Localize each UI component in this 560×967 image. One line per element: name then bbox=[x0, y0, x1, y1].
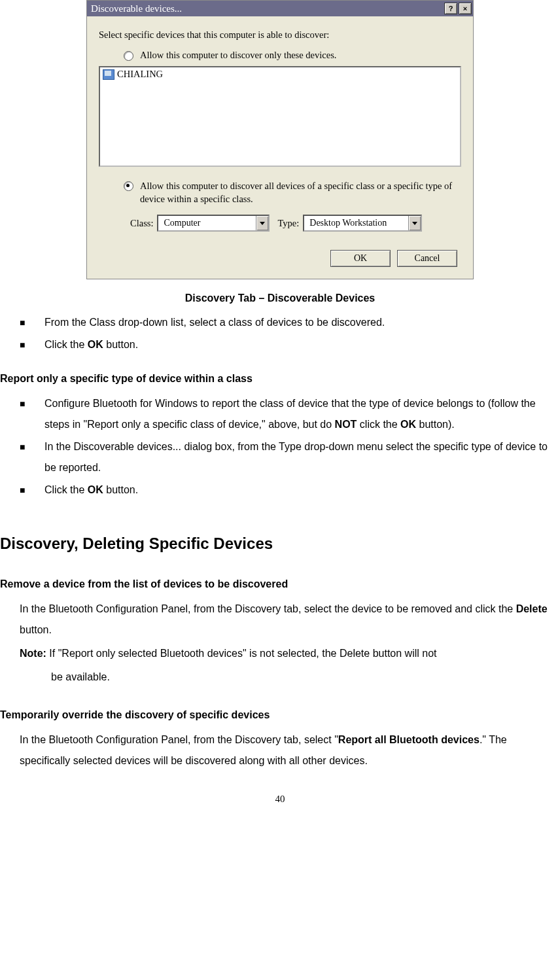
radio-only-these-label: Allow this computer to discover only the… bbox=[140, 50, 336, 61]
radio-specific-class[interactable] bbox=[124, 181, 133, 191]
bold-text: OK bbox=[88, 339, 103, 350]
list-text: button. bbox=[103, 339, 138, 350]
class-dropdown[interactable]: Computer bbox=[157, 215, 270, 232]
note: Note: If "Report only selected Bluetooth… bbox=[20, 643, 560, 664]
type-value: Desktop Workstation bbox=[304, 218, 408, 228]
bold-text: Delete bbox=[516, 603, 548, 614]
dialog-title: Discoverable devices... bbox=[91, 3, 182, 14]
list-item: Click the OK button. bbox=[44, 334, 560, 355]
list-text: Click the bbox=[44, 484, 88, 495]
class-label: Class: bbox=[130, 218, 153, 229]
radio-only-these[interactable] bbox=[124, 51, 133, 61]
list-text: Configure Bluetooth for Windows to repor… bbox=[44, 398, 536, 430]
help-button[interactable]: ? bbox=[444, 3, 457, 14]
subheading: Temporarily override the discovery of sp… bbox=[0, 705, 560, 726]
note-text: If "Report only selected Bluetooth devic… bbox=[46, 648, 437, 659]
list-text: button. bbox=[103, 484, 138, 495]
list-item: Click the OK button. bbox=[44, 480, 560, 501]
paragraph: In the Bluetooth Configuration Panel, fr… bbox=[20, 730, 560, 771]
text: In the Bluetooth Configuration Panel, fr… bbox=[20, 603, 516, 614]
cancel-button[interactable]: Cancel bbox=[397, 250, 457, 267]
ok-button[interactable]: OK bbox=[330, 250, 391, 267]
list-text: click the bbox=[357, 419, 400, 430]
bold-text: OK bbox=[88, 484, 103, 495]
chevron-down-icon[interactable] bbox=[256, 216, 268, 230]
list-text: Click the bbox=[44, 339, 88, 350]
bold-text: OK bbox=[400, 419, 416, 430]
close-button[interactable]: × bbox=[459, 3, 472, 14]
note-label: Note: bbox=[20, 648, 46, 659]
class-value: Computer bbox=[158, 218, 256, 228]
list-text: button). bbox=[416, 419, 455, 430]
page-number: 40 bbox=[0, 794, 560, 805]
bold-text: NOT bbox=[335, 419, 357, 430]
list-text: In the Discoverable devices... dialog bo… bbox=[44, 441, 548, 473]
text: In the Bluetooth Configuration Panel, fr… bbox=[20, 734, 338, 745]
type-label: Type: bbox=[277, 218, 299, 229]
device-listbox[interactable]: CHIALING bbox=[99, 66, 461, 167]
chevron-down-icon[interactable] bbox=[408, 216, 421, 230]
subheading: Report only a specific type of device wi… bbox=[0, 368, 560, 389]
note-continued: be available. bbox=[51, 667, 560, 688]
radio-specific-class-label: Allow this computer to discover all devi… bbox=[140, 180, 461, 205]
dialog-titlebar: Discoverable devices... ? × bbox=[87, 1, 473, 16]
list-item: Configure Bluetooth for Windows to repor… bbox=[44, 393, 560, 435]
subheading: Remove a device from the list of devices… bbox=[0, 574, 560, 595]
bold-text: Report all Bluetooth devices bbox=[338, 734, 480, 745]
dialog-instruction: Select specific devices that this comput… bbox=[99, 29, 461, 41]
list-item: In the Discoverable devices... dialog bo… bbox=[44, 436, 560, 478]
paragraph: In the Bluetooth Configuration Panel, fr… bbox=[20, 599, 560, 641]
list-item: From the Class drop-down list, select a … bbox=[44, 312, 560, 333]
text: button. bbox=[20, 624, 52, 635]
list-text: From the Class drop-down list, select a … bbox=[44, 317, 385, 328]
computer-icon bbox=[103, 69, 114, 80]
type-dropdown[interactable]: Desktop Workstation bbox=[303, 215, 422, 232]
figure-caption: Discovery Tab – Discoverable Devices bbox=[0, 292, 560, 304]
heading-2: Discovery, Deleting Specific Devices bbox=[0, 528, 560, 559]
dialog-window: Discoverable devices... ? × Select speci… bbox=[86, 0, 474, 279]
device-name: CHIALING bbox=[117, 69, 163, 80]
device-item[interactable]: CHIALING bbox=[100, 67, 460, 81]
